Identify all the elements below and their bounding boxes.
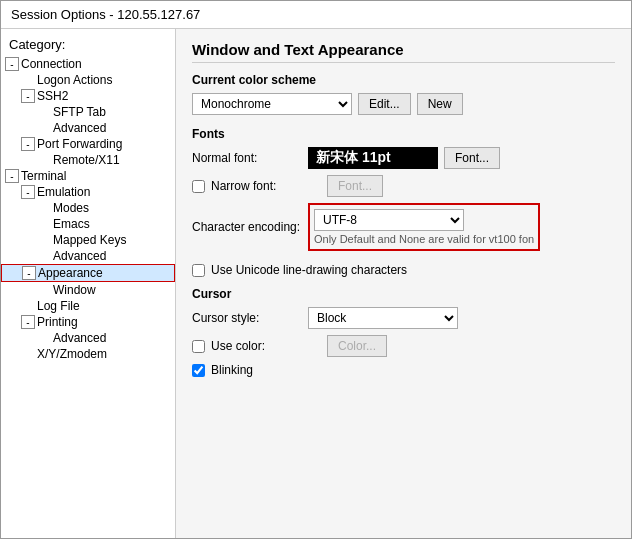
normal-font-button[interactable]: Font... <box>444 147 500 169</box>
unicode-label: Use Unicode line-drawing characters <box>211 263 407 277</box>
sidebar-item-xy-zmodem[interactable]: X/Y/Zmodem <box>1 346 175 362</box>
narrow-font-label: Narrow font: <box>211 179 321 193</box>
tree-label: SFTP Tab <box>53 105 106 119</box>
title-bar: Session Options - 120.55.127.67 <box>1 1 631 29</box>
use-color-label: Use color: <box>211 339 321 353</box>
sidebar-item-port-forwarding[interactable]: -Port Forwarding <box>1 136 175 152</box>
sidebar-item-log-file[interactable]: Log File <box>1 298 175 314</box>
main-panel: Window and Text Appearance Current color… <box>176 29 631 538</box>
sidebar-item-remote-x11[interactable]: Remote/X11 <box>1 152 175 168</box>
encoding-select[interactable]: UTF-8 Default None ISO-8859-1 <box>314 209 464 231</box>
tree-label: Terminal <box>21 169 66 183</box>
fonts-label: Fonts <box>192 127 615 141</box>
tree-label: Mapped Keys <box>53 233 126 247</box>
tree-label: Window <box>53 283 96 297</box>
sidebar: Category: -ConnectionLogon Actions-SSH2S… <box>1 29 176 538</box>
sidebar-item-window[interactable]: Window <box>1 282 175 298</box>
cursor-label: Cursor <box>192 287 615 301</box>
edit-button[interactable]: Edit... <box>358 93 411 115</box>
sidebar-item-modes[interactable]: Modes <box>1 200 175 216</box>
tree-label: Logon Actions <box>37 73 112 87</box>
tree-label: Remote/X11 <box>53 153 120 167</box>
encoding-wrapper: UTF-8 Default None ISO-8859-1 Only Defau… <box>308 203 540 251</box>
tree-label: Connection <box>21 57 82 71</box>
sidebar-item-logon-actions[interactable]: Logon Actions <box>1 72 175 88</box>
color-button[interactable]: Color... <box>327 335 387 357</box>
tree-expander[interactable]: - <box>22 266 36 280</box>
cursor-section: Cursor Cursor style: Block Underline Ver… <box>192 287 615 377</box>
tree-expander[interactable]: - <box>21 315 35 329</box>
session-options-window: Session Options - 120.55.127.67 Category… <box>0 0 632 539</box>
tree-expander[interactable]: - <box>5 169 19 183</box>
tree-container: -ConnectionLogon Actions-SSH2SFTP TabAdv… <box>1 56 175 362</box>
tree-label: Advanced <box>53 331 106 345</box>
sidebar-item-sftp-tab[interactable]: SFTP Tab <box>1 104 175 120</box>
normal-font-row: Normal font: 新宋体 11pt Font... <box>192 147 615 169</box>
color-scheme-select[interactable]: Monochrome Default White/Black <box>192 93 352 115</box>
sidebar-item-advanced-emulation[interactable]: Advanced <box>1 248 175 264</box>
encoding-row: Character encoding: UTF-8 Default None I… <box>192 203 615 251</box>
sidebar-item-appearance[interactable]: -Appearance <box>1 264 175 282</box>
tree-label: Modes <box>53 201 89 215</box>
tree-expander[interactable]: - <box>5 57 19 71</box>
color-scheme-row: Monochrome Default White/Black Edit... N… <box>192 93 615 115</box>
sidebar-item-advanced-printing[interactable]: Advanced <box>1 330 175 346</box>
color-scheme-label: Current color scheme <box>192 73 615 87</box>
encoding-label: Character encoding: <box>192 220 302 234</box>
new-button[interactable]: New <box>417 93 463 115</box>
blinking-label: Blinking <box>211 363 253 377</box>
tree-expander[interactable]: - <box>21 137 35 151</box>
unicode-checkbox-row: Use Unicode line-drawing characters <box>192 263 615 277</box>
cursor-style-label: Cursor style: <box>192 311 302 325</box>
tree-label: Appearance <box>38 266 103 280</box>
tree-expander[interactable]: - <box>21 89 35 103</box>
narrow-font-button[interactable]: Font... <box>327 175 383 197</box>
narrow-font-row: Narrow font: Font... <box>192 175 615 197</box>
sidebar-item-printing[interactable]: -Printing <box>1 314 175 330</box>
blinking-row: Blinking <box>192 363 615 377</box>
tree-label: Emulation <box>37 185 90 199</box>
sidebar-item-advanced[interactable]: Advanced <box>1 120 175 136</box>
sidebar-item-ssh2[interactable]: -SSH2 <box>1 88 175 104</box>
tree-label: SSH2 <box>37 89 68 103</box>
normal-font-display: 新宋体 11pt <box>308 147 438 169</box>
tree-label: Advanced <box>53 249 106 263</box>
tree-label: Log File <box>37 299 80 313</box>
tree-label: X/Y/Zmodem <box>37 347 107 361</box>
tree-expander[interactable]: - <box>21 185 35 199</box>
normal-font-label: Normal font: <box>192 151 302 165</box>
unicode-checkbox[interactable] <box>192 264 205 277</box>
use-color-row: Use color: Color... <box>192 335 615 357</box>
cursor-style-select[interactable]: Block Underline Vertical Bar <box>308 307 458 329</box>
tree-label: Emacs <box>53 217 90 231</box>
tree-label: Port Forwarding <box>37 137 122 151</box>
cursor-style-row: Cursor style: Block Underline Vertical B… <box>192 307 615 329</box>
use-color-checkbox[interactable] <box>192 340 205 353</box>
blinking-checkbox[interactable] <box>192 364 205 377</box>
sidebar-item-emacs[interactable]: Emacs <box>1 216 175 232</box>
category-label: Category: <box>1 35 175 56</box>
sidebar-item-terminal[interactable]: -Terminal <box>1 168 175 184</box>
window-title: Session Options - 120.55.127.67 <box>11 7 200 22</box>
sidebar-item-mapped-keys[interactable]: Mapped Keys <box>1 232 175 248</box>
section-title: Window and Text Appearance <box>192 41 615 63</box>
tree-label: Printing <box>37 315 78 329</box>
color-scheme-group: Current color scheme Monochrome Default … <box>192 73 615 115</box>
narrow-font-checkbox[interactable] <box>192 180 205 193</box>
sidebar-item-connection[interactable]: -Connection <box>1 56 175 72</box>
encoding-note: Only Default and None are valid for vt10… <box>314 233 534 245</box>
sidebar-item-emulation[interactable]: -Emulation <box>1 184 175 200</box>
tree-label: Advanced <box>53 121 106 135</box>
fonts-group: Fonts Normal font: 新宋体 11pt Font... Narr… <box>192 127 615 251</box>
